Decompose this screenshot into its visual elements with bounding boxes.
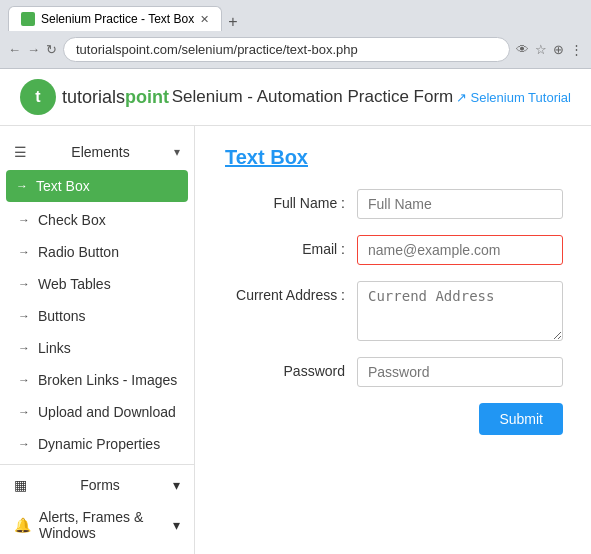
extensions-icon[interactable]: ⊕ (553, 42, 564, 57)
sidebar-item-buttons[interactable]: → Buttons (0, 300, 194, 332)
sidebar-divider-1 (0, 464, 194, 465)
arrow-icon-dynamicproperties: → (18, 437, 30, 451)
main-layout: ☰ Elements ▾ → Text Box → Check Box → Ra… (0, 126, 591, 554)
refresh-button[interactable]: ↻ (46, 42, 57, 57)
hamburger-icon: ☰ (14, 144, 27, 160)
form-row-email: Email : (225, 235, 563, 265)
sidebar-item-links[interactable]: → Links (0, 332, 194, 364)
label-password: Password (225, 357, 345, 379)
sidebar-elements-header[interactable]: ☰ Elements ▾ (0, 136, 194, 168)
eye-icon[interactable]: 👁 (516, 42, 529, 57)
arrow-icon-radiobutton: → (18, 245, 30, 259)
sidebar-forms-label: Forms (80, 477, 120, 493)
sidebar-item-brokenlinks[interactable]: → Broken Links - Images (0, 364, 194, 396)
content-title: Text Box (225, 146, 563, 169)
alerts-icon: 🔔 (14, 517, 31, 533)
page-wrapper: t tutorialspoint Selenium - Automation P… (0, 69, 591, 554)
label-address: Current Address : (225, 281, 345, 303)
menu-icon[interactable]: ⋮ (570, 42, 583, 57)
arrow-icon-webtables: → (18, 277, 30, 291)
input-fullname[interactable] (357, 189, 563, 219)
sidebar-item-brokenlinks-label: Broken Links - Images (38, 372, 177, 388)
arrow-icon-checkbox: → (18, 213, 30, 227)
new-tab-button[interactable]: + (222, 13, 243, 31)
back-button[interactable]: ← (8, 42, 21, 57)
forms-icon: ▦ (14, 477, 27, 493)
site-header: t tutorialspoint Selenium - Automation P… (0, 69, 591, 126)
sidebar-item-dynamicproperties-label: Dynamic Properties (38, 436, 160, 452)
sidebar-item-upload-label: Upload and Download (38, 404, 176, 420)
sidebar-item-upload[interactable]: → Upload and Download (0, 396, 194, 428)
arrow-icon-brokenlinks: → (18, 373, 30, 387)
sidebar-elements-label: Elements (71, 144, 129, 160)
browser-tab[interactable]: Selenium Practice - Text Box ✕ (8, 6, 222, 31)
arrow-icon-links: → (18, 341, 30, 355)
sidebar: ☰ Elements ▾ → Text Box → Check Box → Ra… (0, 126, 195, 554)
tab-bar: Selenium Practice - Text Box ✕ + (0, 0, 591, 31)
sidebar-item-radiobutton[interactable]: → Radio Button (0, 236, 194, 268)
url-text: tutorialspoint.com/selenium/practice/tex… (76, 42, 358, 57)
tab-favicon (21, 12, 35, 26)
input-address[interactable] (357, 281, 563, 341)
form-row-password: Password (225, 357, 563, 387)
chevron-down-icon-alerts: ▾ (173, 517, 180, 533)
input-password[interactable] (357, 357, 563, 387)
tutorial-link-text: ↗ Selenium Tutorial (456, 90, 571, 105)
page-title: Selenium - Automation Practice Form (172, 87, 454, 107)
label-fullname: Full Name : (225, 189, 345, 211)
form-actions: Submit (225, 403, 563, 435)
sidebar-widgets-header[interactable]: ▪▪ Widgets ▾ (0, 549, 194, 554)
input-email[interactable] (357, 235, 563, 265)
tab-label: Selenium Practice - Text Box (41, 12, 194, 26)
chevron-down-icon: ▾ (174, 145, 180, 159)
sidebar-item-dynamicproperties[interactable]: → Dynamic Properties (0, 428, 194, 460)
forward-button[interactable]: → (27, 42, 40, 57)
sidebar-item-textbox-label: Text Box (36, 178, 90, 194)
logo-icon: t (20, 79, 56, 115)
sidebar-forms-header[interactable]: ▦ Forms ▾ (0, 469, 194, 501)
logo-name-prefix: tutorials (62, 87, 125, 107)
address-bar[interactable]: tutorialspoint.com/selenium/practice/tex… (63, 37, 510, 62)
logo-text: tutorialspoint (62, 87, 169, 108)
sidebar-item-webtables-label: Web Tables (38, 276, 111, 292)
logo-area: t tutorialspoint (20, 79, 169, 115)
logo-name-suffix: point (125, 87, 169, 107)
form-row-fullname: Full Name : (225, 189, 563, 219)
arrow-icon-upload: → (18, 405, 30, 419)
sidebar-alerts-label: Alerts, Frames & Windows (39, 509, 165, 541)
chevron-down-icon-forms: ▾ (173, 477, 180, 493)
sidebar-item-radiobutton-label: Radio Button (38, 244, 119, 260)
bookmark-icon[interactable]: ☆ (535, 42, 547, 57)
tab-close-button[interactable]: ✕ (200, 13, 209, 26)
sidebar-item-links-label: Links (38, 340, 71, 356)
form-row-address: Current Address : (225, 281, 563, 341)
sidebar-item-checkbox-label: Check Box (38, 212, 106, 228)
label-email: Email : (225, 235, 345, 257)
tutorial-link[interactable]: ↗ Selenium Tutorial (456, 90, 571, 105)
sidebar-item-textbox[interactable]: → Text Box (6, 170, 188, 202)
sidebar-item-buttons-label: Buttons (38, 308, 85, 324)
arrow-icon-buttons: → (18, 309, 30, 323)
browser-toolbar: ← → ↻ tutorialspoint.com/selenium/practi… (0, 31, 591, 69)
sidebar-alerts-header[interactable]: 🔔 Alerts, Frames & Windows ▾ (0, 501, 194, 549)
submit-button[interactable]: Submit (479, 403, 563, 435)
content-area: Text Box Full Name : Email : Current Add… (195, 126, 591, 554)
logo-letter: t (35, 88, 40, 106)
arrow-icon-textbox: → (16, 179, 28, 193)
sidebar-item-checkbox[interactable]: → Check Box (0, 204, 194, 236)
sidebar-item-webtables[interactable]: → Web Tables (0, 268, 194, 300)
